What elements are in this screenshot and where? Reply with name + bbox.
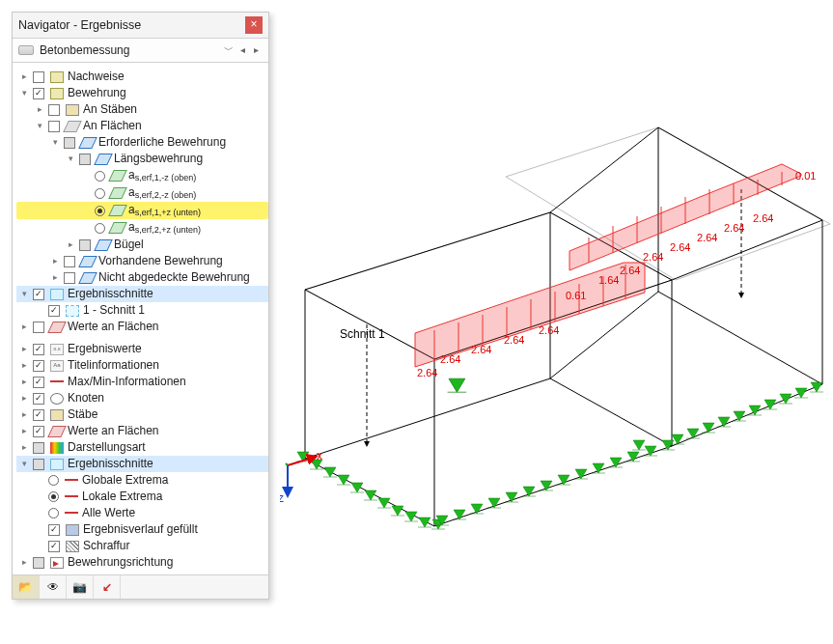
checkbox[interactable]	[33, 459, 44, 470]
expander-icon[interactable]: ▸	[18, 554, 30, 571]
chevron-down-icon[interactable]: ﹀	[222, 42, 236, 58]
checkbox[interactable]: ✓	[33, 344, 44, 355]
tree-item-vorhandene-bewehrung[interactable]: ▸ Vorhandene Bewehrung	[16, 253, 268, 269]
expander-icon[interactable]: ▾	[49, 134, 61, 151]
expander-icon[interactable]: ▸	[18, 319, 30, 335]
tree-item-schnitt-1[interactable]: ✓ 1 - Schnitt 1	[16, 302, 268, 319]
tree-item-ergebniswerte[interactable]: ▸ ✓ x.x Ergebniswerte	[16, 341, 268, 357]
layer-icon	[108, 170, 127, 182]
tree-item-as2-minus-z[interactable]: as,erf,2,-z (oben)	[16, 184, 268, 202]
tree-item-ergebnisschnitte[interactable]: ▾ ✓ Ergebnisschnitte	[16, 286, 268, 302]
radio[interactable]	[48, 491, 59, 502]
result-category-selector[interactable]: Betonbemessung ﹀ ◂ ▸	[13, 39, 268, 63]
footer-btn-explorer[interactable]: 📂	[13, 575, 40, 599]
checkbox[interactable]: ✓	[48, 305, 60, 317]
prev-button[interactable]: ◂	[236, 42, 249, 58]
checkbox[interactable]: ✓	[33, 360, 44, 372]
checkbox[interactable]	[33, 322, 44, 333]
footer-btn-camera[interactable]: 📷	[67, 575, 94, 599]
tree-item-knoten[interactable]: ▸ ✓ Knoten	[16, 390, 268, 406]
expander-icon[interactable]: ▾	[65, 151, 76, 167]
expander-icon[interactable]: ▸	[18, 423, 30, 439]
tree-item-globale-extrema[interactable]: Globale Extrema	[16, 472, 268, 489]
checkbox[interactable]: ✓	[48, 524, 60, 536]
model-viewport[interactable]: Schnitt 1 2.64 2.64 2.64 2.64 2.64 0.61 …	[280, 10, 833, 644]
expander-icon[interactable]: ▸	[49, 269, 61, 286]
expander-icon[interactable]: ▸	[34, 101, 45, 118]
checkbox[interactable]	[48, 104, 60, 116]
tree-item-schraffur[interactable]: ✓ Schraffur	[16, 538, 268, 554]
selector-label: Betonbemessung	[40, 43, 222, 57]
radio[interactable]	[95, 188, 105, 199]
expander-icon[interactable]: ▾	[18, 456, 30, 472]
tree-item-lokale-extrema[interactable]: Lokale Extrema	[16, 489, 268, 505]
checkbox[interactable]	[33, 557, 44, 569]
tree-item-buegel[interactable]: ▸ Bügel	[16, 237, 268, 253]
tree-item-nachweise[interactable]: ▸ Nachweise	[16, 69, 268, 85]
tree-item-verlauf-gefuellt[interactable]: ✓ Ergebnisverlauf gefüllt	[16, 521, 268, 538]
checkbox[interactable]	[64, 256, 75, 267]
expander-icon[interactable]: ▸	[18, 439, 30, 456]
checkbox[interactable]	[79, 239, 91, 251]
expander-icon[interactable]: ▸	[18, 341, 30, 357]
tree-item-as2-plus-z[interactable]: as,erf,2,+z (unten)	[16, 219, 268, 237]
checkbox[interactable]	[48, 121, 60, 132]
expander-icon[interactable]: ▸	[18, 357, 30, 374]
tree-item-laengsbewehrung[interactable]: ▾ Längsbewehrung	[16, 151, 268, 167]
supports	[296, 378, 823, 529]
tree-item-bewehrungsrichtung[interactable]: ▸ Bewehrungsrichtung	[16, 554, 268, 571]
tree-item-maxmin[interactable]: ▸ ✓ Max/Min-Informationen	[16, 374, 268, 390]
radio[interactable]	[95, 223, 105, 234]
tree-item-nicht-abgedeckt[interactable]: ▸ Nicht abgedeckte Bewehrung	[16, 269, 268, 286]
expander-icon[interactable]: ▸	[18, 390, 30, 406]
tree-item-titelinformationen[interactable]: ▸ ✓ Aa Titelinformationen	[16, 357, 268, 374]
radio[interactable]	[48, 475, 59, 486]
expander-icon[interactable]: ▸	[18, 69, 30, 85]
checkbox[interactable]	[64, 272, 75, 284]
expander-icon[interactable]: ▸	[65, 237, 76, 253]
expander-icon[interactable]: ▸	[18, 374, 30, 390]
footer-btn-results[interactable]: ↙	[94, 575, 121, 599]
tree-item-ergebnisschnitte-display[interactable]: ▾ Ergebnisschnitte	[16, 456, 268, 472]
expander-icon[interactable]: ▾	[34, 118, 45, 134]
tree-item-erforderliche-bewehrung[interactable]: ▾ Erforderliche Bewehrung	[16, 134, 268, 151]
radio[interactable]	[95, 171, 105, 182]
close-icon[interactable]: ×	[245, 16, 263, 34]
tree-item-werte-an-flaechen[interactable]: ▸ Werte an Flächen	[16, 319, 268, 335]
tree-item-darstellungsart[interactable]: ▸ Darstellungsart	[16, 439, 268, 456]
tree-item-bewehrung[interactable]: ▾ ✓ Bewehrung	[16, 85, 268, 101]
tree-item-as1-minus-z[interactable]: as,erf,1,-z (oben)	[16, 167, 268, 184]
svg-text:2.64: 2.64	[620, 265, 640, 276]
label: An Stäben	[82, 101, 137, 118]
rebar-icon	[50, 88, 64, 99]
svg-marker-0	[506, 127, 830, 280]
radio[interactable]	[95, 206, 105, 216]
expander-icon[interactable]: ▸	[49, 253, 61, 269]
checkbox[interactable]: ✓	[33, 88, 44, 99]
expander-icon[interactable]: ▾	[18, 286, 30, 302]
tree-item-alle-werte[interactable]: Alle Werte	[16, 505, 268, 521]
tree-item-werte-an-flaechen-2[interactable]: ▸ ✓ Werte an Flächen	[16, 423, 268, 439]
checkbox[interactable]: ✓	[33, 409, 44, 421]
checkbox[interactable]: ✓	[33, 377, 44, 388]
layer-icon	[108, 187, 127, 199]
checkbox[interactable]: ✓	[33, 426, 44, 437]
checkbox[interactable]	[33, 442, 44, 454]
tree-item-an-flaechen[interactable]: ▾ An Flächen	[16, 118, 268, 134]
checkbox[interactable]	[64, 137, 75, 149]
checkbox[interactable]: ✓	[48, 541, 60, 552]
radio[interactable]	[48, 508, 59, 518]
tree-item-as1-plus-z[interactable]: as,erf,1,+z (unten)	[16, 202, 268, 219]
expander-icon[interactable]: ▸	[18, 406, 30, 423]
checkbox[interactable]	[33, 71, 44, 83]
tree-item-staebe[interactable]: ▸ ✓ Stäbe	[16, 406, 268, 423]
checkbox[interactable]	[79, 154, 91, 165]
footer-btn-visibility[interactable]: 👁	[40, 575, 67, 599]
checkbox[interactable]: ✓	[33, 289, 44, 300]
section-icon	[50, 289, 64, 300]
checkbox[interactable]: ✓	[33, 393, 44, 405]
expander-icon[interactable]: ▾	[18, 85, 30, 101]
tree-item-an-staeben[interactable]: ▸ An Stäben	[16, 101, 268, 118]
node-icon	[50, 393, 64, 405]
next-button[interactable]: ▸	[249, 42, 263, 58]
